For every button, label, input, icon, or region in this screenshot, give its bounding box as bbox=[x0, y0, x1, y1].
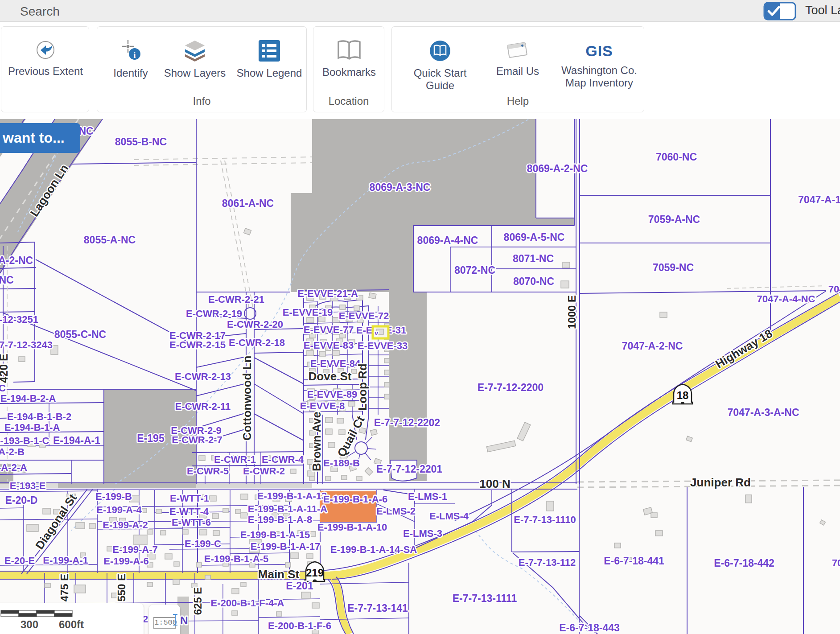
svg-text:8069-A-2-NC: 8069-A-2-NC bbox=[527, 163, 588, 174]
svg-text:8072-NC: 8072-NC bbox=[454, 264, 495, 276]
svg-text:E-LMS-2: E-LMS-2 bbox=[376, 506, 416, 517]
svg-text:E-199-B-1-A-6: E-199-B-1-A-6 bbox=[323, 494, 387, 505]
svg-text:E-199-B-1-A-11-A: E-199-B-1-A-11-A bbox=[248, 503, 328, 515]
svg-text:E-194-B-1-B-2: E-194-B-1-B-2 bbox=[7, 411, 71, 422]
svg-text:i: i bbox=[133, 50, 136, 60]
svg-text:8055-B-NC: 8055-B-NC bbox=[115, 136, 167, 148]
svg-text:420 E: 420 E bbox=[0, 354, 10, 383]
svg-text:7047-A-4-NC: 7047-A-4-NC bbox=[757, 293, 815, 305]
svg-text:E-CWR-2-18: E-CWR-2-18 bbox=[229, 337, 285, 348]
svg-text:E-7-7-12-2200: E-7-7-12-2200 bbox=[478, 382, 544, 393]
svg-text:E-7-7-13-112: E-7-7-13-112 bbox=[519, 557, 576, 568]
svg-text:8055-A-NC: 8055-A-NC bbox=[84, 234, 136, 246]
svg-text:8069-A-3-NC: 8069-A-3-NC bbox=[370, 181, 431, 193]
svg-text:704: 704 bbox=[828, 284, 840, 295]
svg-text:E-199-B-1-A-15: E-199-B-1-A-15 bbox=[240, 529, 310, 540]
svg-text:E-200-B-1-F-4-A: E-200-B-1-F-4-A bbox=[210, 597, 284, 609]
svg-text:E-6-7-18-443: E-6-7-18-443 bbox=[559, 622, 620, 634]
svg-text:E-20-E: E-20-E bbox=[4, 555, 35, 566]
svg-text:E-EVVE-83: E-EVVE-83 bbox=[304, 340, 354, 351]
svg-text:100 N: 100 N bbox=[479, 477, 510, 490]
svg-text:E-CWR-5: E-CWR-5 bbox=[187, 465, 229, 477]
svg-text:v: v bbox=[375, 330, 378, 337]
svg-text:E-199-B-1-A-10: E-199-B-1-A-10 bbox=[317, 522, 387, 533]
svg-text:E-199-A-6: E-199-A-6 bbox=[103, 556, 148, 567]
svg-text:8071-NC: 8071-NC bbox=[513, 253, 554, 264]
svg-text:E-199-A-4: E-199-A-4 bbox=[96, 504, 142, 515]
svg-text:18: 18 bbox=[677, 389, 689, 401]
svg-text:7047-A-2-NC: 7047-A-2-NC bbox=[622, 340, 683, 352]
svg-text:E-6-7-18-441: E-6-7-18-441 bbox=[604, 555, 664, 567]
svg-text:8055-C-NC: 8055-C-NC bbox=[54, 329, 106, 340]
svg-text:E-199-B-1-A-14-SA: E-199-B-1-A-14-SA bbox=[330, 544, 417, 555]
svg-text:NC: NC bbox=[0, 274, 14, 286]
svg-text:E-CWR-2-21: E-CWR-2-21 bbox=[208, 294, 264, 305]
svg-text:E-LMS-3: E-LMS-3 bbox=[403, 528, 442, 539]
svg-text:E-199-A-7: E-199-A-7 bbox=[112, 544, 157, 555]
svg-text:E-6-7-18-442: E-6-7-18-442 bbox=[714, 557, 774, 569]
svg-text:E-CWR-2-7: E-CWR-2-7 bbox=[172, 434, 222, 445]
svg-text:7060-NC: 7060-NC bbox=[656, 151, 697, 163]
svg-text:E-193-B-1-C: E-193-B-1-C bbox=[0, 435, 49, 446]
svg-text:E-EVVE-77: E-EVVE-77 bbox=[304, 324, 354, 335]
svg-text:E-193-E: E-193-E bbox=[10, 480, 46, 491]
svg-text:E-EVVE-84: E-EVVE-84 bbox=[310, 358, 361, 369]
svg-text:625 E: 625 E bbox=[192, 587, 204, 615]
svg-text:E-194-A-1: E-194-A-1 bbox=[53, 435, 100, 446]
svg-text:E-20-D: E-20-D bbox=[5, 494, 38, 506]
svg-text:Cottonwood Ln: Cottonwood Ln bbox=[240, 356, 254, 441]
svg-text:NC: NC bbox=[78, 125, 93, 137]
svg-text:E-EVVE-89: E-EVVE-89 bbox=[307, 389, 358, 400]
svg-text:E-CWR-2-13: E-CWR-2-13 bbox=[175, 371, 231, 382]
svg-text:E-201: E-201 bbox=[286, 580, 313, 592]
svg-text:E-200-B-1-F-6: E-200-B-1-F-6 bbox=[268, 620, 331, 631]
svg-text:E-EVVE-19: E-EVVE-19 bbox=[283, 307, 333, 318]
svg-text:Juniper Rd: Juniper Rd bbox=[690, 476, 751, 489]
svg-text:7-7-12-3243: 7-7-12-3243 bbox=[0, 339, 53, 350]
svg-text:E-EVVE-8: E-EVVE-8 bbox=[300, 400, 345, 412]
svg-text:E-LMS-1: E-LMS-1 bbox=[408, 491, 447, 502]
svg-text:E-199-B-1-A-5: E-199-B-1-A-5 bbox=[204, 553, 268, 564]
svg-text:E-199-B-1-A-13: E-199-B-1-A-13 bbox=[257, 490, 327, 502]
svg-text:E-7-7-13-1110: E-7-7-13-1110 bbox=[514, 514, 576, 525]
svg-text:550 E: 550 E bbox=[115, 574, 128, 602]
svg-text:E-CWR-4: E-CWR-4 bbox=[262, 454, 304, 465]
svg-text:E-195: E-195 bbox=[137, 432, 165, 444]
svg-text:Main St: Main St bbox=[258, 568, 300, 581]
svg-text:E-7-7-12-2201: E-7-7-12-2201 bbox=[376, 463, 443, 475]
svg-text:1000 E: 1000 E bbox=[566, 295, 578, 329]
svg-text:E-WTT-1: E-WTT-1 bbox=[170, 493, 209, 504]
svg-text:-A-2-B: -A-2-B bbox=[0, 446, 25, 457]
svg-text:E-194-B-2-A: E-194-B-2-A bbox=[0, 393, 56, 404]
svg-text:7059-NC: 7059-NC bbox=[653, 262, 694, 273]
svg-text:E-EVVE-21-A: E-EVVE-21-A bbox=[297, 288, 358, 299]
svg-text:E-7-7-13-141: E-7-7-13-141 bbox=[347, 602, 408, 614]
svg-text:8061-A-NC: 8061-A-NC bbox=[222, 198, 274, 209]
svg-text:219: 219 bbox=[306, 567, 324, 579]
svg-text:8070-NC: 8070-NC bbox=[513, 276, 554, 287]
svg-text:-12-3251: -12-3251 bbox=[0, 314, 38, 325]
svg-text:8069-A-4-NC: 8069-A-4-NC bbox=[417, 235, 478, 246]
svg-text:E-199-C: E-199-C bbox=[185, 538, 221, 549]
svg-text:Dove St: Dove St bbox=[309, 370, 352, 383]
svg-text:E-CWR-1: E-CWR-1 bbox=[214, 454, 256, 465]
svg-text:8069-A-5-NC: 8069-A-5-NC bbox=[504, 231, 565, 243]
svg-text:7047-A-1: 7047-A-1 bbox=[798, 194, 840, 206]
svg-text:70: 70 bbox=[832, 557, 840, 568]
svg-text:E-199-A-2: E-199-A-2 bbox=[103, 519, 148, 531]
svg-text:475 E: 475 E bbox=[58, 574, 70, 602]
svg-text:7047-A-3-A-NC: 7047-A-3-A-NC bbox=[727, 407, 799, 418]
svg-text:N: N bbox=[180, 614, 188, 626]
svg-text:E-194-B-1-A: E-194-B-1-A bbox=[4, 422, 60, 433]
svg-text:E-LMS-4: E-LMS-4 bbox=[429, 510, 469, 522]
svg-text:C: C bbox=[0, 383, 6, 394]
svg-text:E-EVVE-72: E-EVVE-72 bbox=[339, 310, 389, 321]
svg-text:E-CWR-2: E-CWR-2 bbox=[243, 465, 285, 477]
svg-text:E-CWR-2-15: E-CWR-2-15 bbox=[169, 339, 226, 350]
svg-text:E-7-7-13-1111: E-7-7-13-1111 bbox=[453, 593, 517, 604]
svg-text:E-199-B-1-A-17: E-199-B-1-A-17 bbox=[251, 541, 321, 552]
svg-text:E-189-B: E-189-B bbox=[323, 457, 360, 469]
svg-text:E-CWR-2-11: E-CWR-2-11 bbox=[175, 401, 231, 412]
svg-text:E-199-A-1: E-199-A-1 bbox=[43, 555, 88, 566]
svg-text:E-WTT-4: E-WTT-4 bbox=[169, 506, 209, 517]
